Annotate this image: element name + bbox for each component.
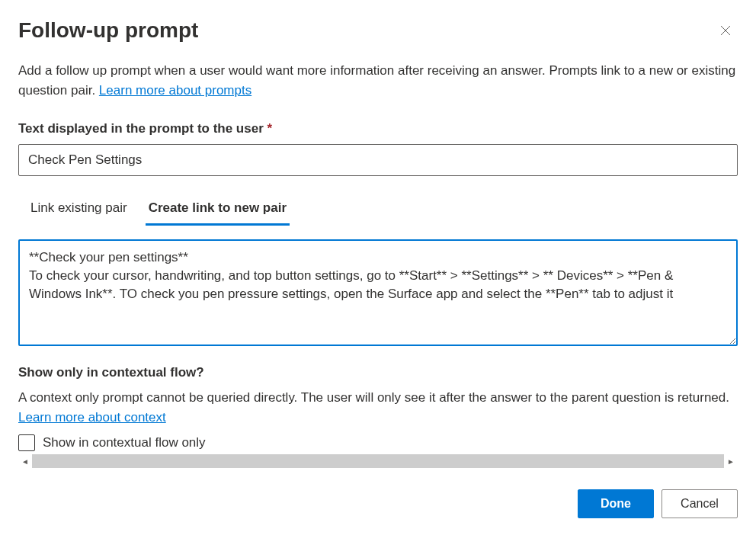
scroll-track[interactable]	[32, 454, 724, 468]
horizontal-scrollbar[interactable]: ◄ ►	[18, 454, 738, 468]
done-button[interactable]: Done	[578, 489, 654, 518]
scroll-left-icon[interactable]: ◄	[18, 454, 32, 468]
answer-textarea[interactable]: **Check your pen settings** To check you…	[18, 239, 738, 346]
tab-create-new[interactable]: Create link to new pair	[146, 194, 290, 226]
contextual-description: A context only prompt cannot be queried …	[18, 388, 738, 427]
dialog-footer: Done Cancel	[18, 489, 738, 518]
close-icon	[720, 25, 731, 36]
contextual-checkbox[interactable]	[18, 434, 35, 451]
cancel-button[interactable]: Cancel	[662, 489, 738, 518]
learn-more-context-link[interactable]: Learn more about context	[18, 410, 166, 425]
tab-list: Link existing pair Create link to new pa…	[18, 194, 738, 226]
contextual-checkbox-label[interactable]: Show in contextual flow only	[43, 435, 206, 450]
learn-more-prompts-link[interactable]: Learn more about prompts	[99, 83, 251, 98]
scroll-right-icon[interactable]: ►	[724, 454, 738, 468]
required-asterisk: *	[267, 121, 273, 136]
contextual-heading: Show only in contextual flow?	[18, 365, 738, 380]
display-text-input[interactable]	[18, 144, 738, 176]
close-button[interactable]	[713, 18, 738, 43]
dialog-title: Follow-up prompt	[18, 18, 198, 43]
dialog-description: Add a follow up prompt when a user would…	[18, 61, 738, 100]
display-text-label: Text displayed in the prompt to the user…	[18, 121, 738, 136]
tab-link-existing[interactable]: Link existing pair	[27, 194, 130, 226]
